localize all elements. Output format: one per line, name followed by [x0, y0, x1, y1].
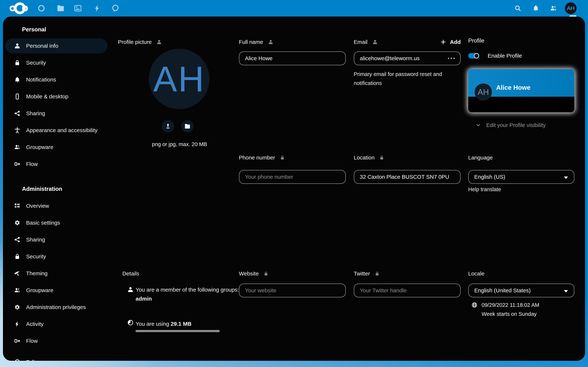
- twitter-label-row: Twitter: [354, 269, 380, 279]
- email-input-wrap: [354, 51, 461, 65]
- dashboard-icon[interactable]: [37, 4, 46, 12]
- upload-icon: [165, 123, 171, 130]
- email-label-row: Email Add: [354, 37, 461, 47]
- lightning-icon: [14, 321, 21, 327]
- sidebar-item-talk[interactable]: Talk: [5, 355, 107, 361]
- sidebar-item-admin-flow[interactable]: Flow: [5, 334, 107, 349]
- locale-select[interactable]: English (United States): [468, 284, 574, 297]
- sidebar-item-groupware[interactable]: Groupware: [5, 140, 107, 155]
- lock-icon[interactable]: [280, 155, 285, 160]
- notifications-icon[interactable]: [532, 5, 539, 12]
- usage-value: 29.1 MB: [171, 321, 191, 327]
- sidebar-item-admin-security[interactable]: Security: [5, 249, 107, 264]
- gear-person-icon: [14, 304, 21, 310]
- photos-icon[interactable]: [74, 4, 82, 12]
- scope-person-icon[interactable]: [372, 39, 378, 45]
- talk-icon[interactable]: [111, 4, 120, 12]
- locale-datetime: 09/29/2022 11:18:02 AM: [482, 302, 539, 308]
- person-icon: [14, 42, 21, 49]
- user-avatar[interactable]: AH: [565, 2, 577, 14]
- choose-from-files-button[interactable]: [181, 120, 194, 133]
- sidebar-item-appearance[interactable]: Appearance and accessibility: [5, 123, 107, 138]
- lock-icon[interactable]: [379, 155, 384, 160]
- plus-icon: [440, 39, 446, 45]
- phone-input[interactable]: [239, 170, 346, 184]
- files-icon[interactable]: [56, 4, 65, 12]
- profile-preview-card[interactable]: AH Alice Howe: [468, 69, 574, 112]
- sidebar-item-security[interactable]: Security: [5, 55, 107, 70]
- sidebar-item-notifications[interactable]: Notifications: [5, 72, 107, 87]
- search-icon[interactable]: [514, 5, 521, 12]
- sidebar-item-admin-sharing[interactable]: Sharing: [5, 232, 107, 247]
- paint-roller-icon: [14, 270, 21, 277]
- storage-usage-text: You are using 29.1 MB: [136, 319, 246, 328]
- email-input[interactable]: [354, 51, 461, 65]
- flow-icon: [14, 161, 21, 167]
- sidebar-item-basic-settings[interactable]: Basic settings: [5, 215, 107, 230]
- enable-profile-toggle[interactable]: [468, 53, 479, 58]
- contacts-icon: [14, 144, 21, 150]
- activity-icon[interactable]: [93, 4, 102, 12]
- phone-label-row: Phone number: [239, 153, 285, 163]
- twitter-input[interactable]: [354, 284, 461, 297]
- sidebar-item-theming[interactable]: Theming: [5, 266, 107, 281]
- lock-icon[interactable]: [263, 271, 268, 276]
- profile-card-name: Alice Howe: [496, 83, 530, 92]
- sidebar-item-overview[interactable]: Overview: [5, 198, 107, 213]
- sidebar-item-flow[interactable]: Flow: [5, 157, 107, 172]
- profile-picture-avatar: AH: [149, 49, 209, 109]
- full-name-input[interactable]: [239, 51, 346, 65]
- profile-picture-label: Profile picture: [118, 39, 152, 45]
- lock-icon[interactable]: [375, 271, 380, 276]
- details-heading: Details: [122, 269, 139, 279]
- sidebar-item-admin-privileges[interactable]: Administration privileges: [5, 300, 107, 315]
- full-name-label-row: Full name: [239, 37, 273, 47]
- sidebar-item-sharing[interactable]: Sharing: [5, 106, 107, 121]
- location-input[interactable]: [354, 170, 461, 184]
- person-icon: [127, 286, 134, 293]
- flow-icon: [14, 338, 21, 344]
- contacts-icon[interactable]: [550, 5, 557, 12]
- website-label-row: Website: [239, 269, 268, 279]
- picture-requirements: png or jpg, max. 20 MB: [141, 141, 218, 147]
- group-name: admin: [136, 296, 152, 302]
- help-translate-link[interactable]: Help translate: [468, 185, 501, 194]
- sidebar-heading-personal: Personal: [22, 25, 46, 34]
- language-label-row: Language: [468, 153, 493, 163]
- dropdown-arrow-icon: [564, 290, 568, 292]
- language-select[interactable]: English (US): [468, 170, 574, 184]
- globe-icon: [471, 302, 477, 308]
- locale-time-row: 09/29/2022 11:18:02 AM Week starts on Su…: [471, 300, 574, 318]
- sidebar-item-admin-groupware[interactable]: Groupware: [5, 283, 107, 298]
- smartphone-icon: [14, 93, 21, 100]
- dropdown-arrow-icon: [564, 176, 568, 179]
- website-input[interactable]: [239, 284, 346, 297]
- quota-icon: [127, 319, 134, 326]
- add-email-button[interactable]: Add: [440, 39, 461, 45]
- sidebar-item-personal-info[interactable]: Personal info: [5, 38, 107, 53]
- profile-card-avatar: AH: [475, 83, 492, 101]
- profile-heading: Profile: [468, 36, 484, 46]
- nextcloud-settings-page: AH Personal Personal info Security Notif…: [0, 0, 588, 367]
- email-helper-text: Primary email for password reset and not…: [354, 70, 451, 88]
- chevron-down-icon: [476, 122, 481, 128]
- overview-icon: [14, 203, 21, 209]
- storage-quota-bar: [136, 330, 220, 332]
- scope-person-icon[interactable]: [268, 39, 273, 45]
- nextcloud-logo-icon[interactable]: [9, 0, 29, 17]
- sidebar-item-mobile-desktop[interactable]: Mobile & desktop: [5, 89, 107, 104]
- edit-profile-visibility[interactable]: Edit your Profile visibility: [476, 120, 545, 130]
- scope-person-icon[interactable]: [156, 39, 162, 45]
- gear-icon: [14, 219, 21, 226]
- enable-profile-row: Enable Profile: [468, 50, 522, 61]
- upload-avatar-button[interactable]: [162, 120, 174, 133]
- locale-label-row: Locale: [468, 269, 484, 279]
- sidebar-item-admin-activity[interactable]: Activity: [5, 317, 107, 332]
- enable-profile-label[interactable]: Enable Profile: [488, 53, 522, 59]
- folder-icon: [184, 123, 191, 130]
- avatar-initials: AH: [153, 58, 205, 100]
- contacts-icon: [14, 287, 21, 294]
- share-icon: [14, 110, 21, 117]
- email-options-icon[interactable]: [447, 56, 456, 60]
- profile-picture-section: Profile picture: [118, 37, 162, 47]
